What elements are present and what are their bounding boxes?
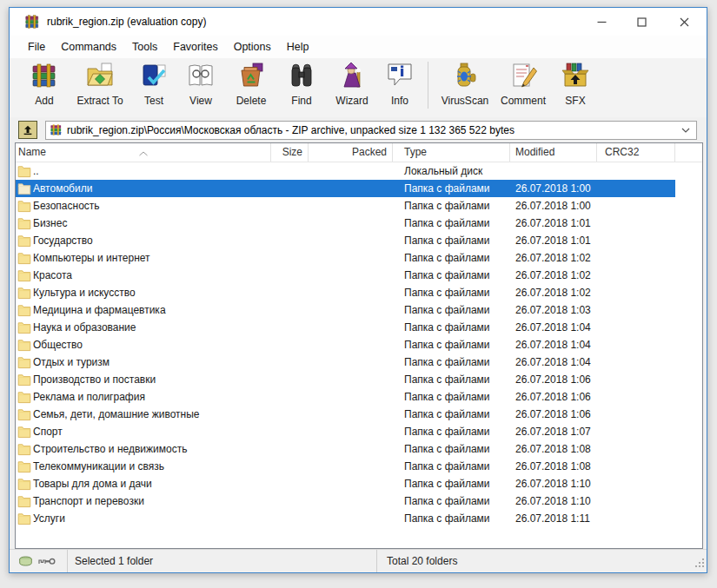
list-item[interactable]: Телекоммуникации и связьПапка с файлами2… (16, 458, 675, 475)
combobox-dropdown-arrow[interactable] (679, 128, 693, 133)
disk-icon[interactable] (18, 556, 33, 567)
menu-bar: File Commands Tools Favorites Options He… (10, 36, 707, 58)
virusscan-label: VirusScan (441, 95, 488, 107)
menu-help[interactable]: Help (279, 37, 317, 56)
test-button[interactable]: Test (131, 58, 176, 114)
menu-options[interactable]: Options (226, 37, 279, 56)
comment-label: Comment (501, 95, 546, 107)
item-type: Папка с файлами (393, 197, 510, 215)
list-item[interactable]: Семья, дети, домашние животныеПапка с фа… (16, 406, 675, 423)
list-item[interactable]: Строительство и недвижимостьПапка с файл… (16, 440, 675, 458)
sfx-button[interactable]: SFX (552, 58, 599, 114)
delete-label: Delete (236, 95, 267, 107)
virusscan-button[interactable]: VirusScan (435, 58, 495, 114)
column-header-name[interactable]: Name (16, 143, 271, 162)
close-button[interactable] (661, 8, 707, 36)
folder-icon (17, 216, 31, 230)
list-item[interactable]: Культура и искусствоПапка с файлами26.07… (16, 284, 675, 301)
column-header-type[interactable]: Type (393, 143, 510, 162)
folder-icon (17, 268, 31, 282)
item-name: Безопасность (33, 197, 100, 215)
menu-favorites[interactable]: Favorites (165, 37, 225, 56)
folder-icon (17, 477, 31, 491)
item-name: Медицина и фармацевтика (33, 301, 166, 319)
column-header-filler (675, 143, 702, 162)
folder-icon (17, 234, 31, 248)
archive-path-text: rubrik_region.zip\Россия\Московская обла… (67, 124, 679, 136)
maximize-button[interactable] (621, 8, 661, 36)
list-item[interactable]: КрасотаПапка с файлами26.07.2018 1:02 (16, 267, 675, 284)
column-header-size[interactable]: Size (271, 143, 309, 162)
delete-button[interactable]: Delete (225, 58, 277, 114)
item-type: Локальный диск (393, 162, 510, 180)
up-arrow-icon (22, 124, 34, 136)
item-name: Телекоммуникации и связь (33, 458, 164, 475)
item-type: Папка с файлами (393, 475, 510, 492)
list-item[interactable]: Компьютеры и интернетПапка с файлами26.0… (16, 249, 675, 267)
column-header-modified[interactable]: Modified (510, 143, 597, 162)
list-item[interactable]: ОбществоПапка с файлами26.07.2018 1:04 (16, 336, 675, 353)
up-one-level-button[interactable] (18, 121, 37, 139)
list-item[interactable]: УслугиПапка с файлами26.07.2018 1:11 (16, 510, 675, 527)
view-file-icon (187, 62, 215, 92)
file-rows: ..Локальный дискАвтомобилиПапка с файлам… (16, 162, 702, 548)
folder-icon (17, 494, 31, 508)
item-name: Строительство и недвижимость (33, 440, 187, 458)
item-modified: 26.07.2018 1:07 (510, 423, 597, 440)
column-header-crc32[interactable]: CRC32 (597, 143, 675, 162)
item-type: Папка с файлами (393, 458, 510, 475)
status-bar: Selected 1 folder Total 20 folders (10, 549, 707, 572)
info-icon (386, 62, 414, 92)
list-item[interactable]: Медицина и фармацевтикаПапка с файлами26… (16, 301, 675, 319)
menu-tools[interactable]: Tools (124, 37, 165, 56)
add-button[interactable]: Add (20, 58, 69, 114)
folder-icon (17, 320, 31, 334)
list-item[interactable]: БезопасностьПапка с файлами26.07.2018 1:… (16, 197, 675, 215)
item-type: Папка с файлами (393, 232, 510, 249)
column-header-packed[interactable]: Packed (309, 143, 393, 162)
item-name: Транспорт и перевозки (33, 492, 144, 510)
view-button[interactable]: View (176, 58, 225, 114)
list-item[interactable]: СпортПапка с файлами26.07.2018 1:07 (16, 423, 675, 440)
comment-button[interactable]: Comment (495, 58, 552, 114)
menu-commands[interactable]: Commands (53, 37, 124, 56)
folder-icon (17, 251, 31, 265)
wizard-button[interactable]: Wizard (326, 58, 378, 114)
item-type: Папка с файлами (393, 406, 510, 423)
list-item[interactable]: Производство и поставкиПапка с файлами26… (16, 371, 675, 388)
key-icon[interactable] (37, 556, 56, 566)
info-label: Info (391, 95, 408, 107)
find-button[interactable]: Find (277, 58, 326, 114)
list-item[interactable]: Наука и образованиеПапка с файлами26.07.… (16, 319, 675, 336)
address-combobox[interactable]: rubrik_region.zip\Россия\Московская обла… (45, 121, 697, 140)
item-name: Красота (33, 267, 72, 284)
item-type: Папка с файлами (393, 492, 510, 510)
item-modified: 26.07.2018 1:11 (510, 510, 597, 527)
list-item[interactable]: Товары для дома и дачиПапка с файлами26.… (16, 475, 675, 492)
folder-icon (17, 355, 31, 369)
folder-icon (17, 338, 31, 352)
item-name: Наука и образование (33, 319, 136, 336)
menu-file[interactable]: File (20, 37, 53, 56)
folder-icon (17, 164, 31, 178)
window-title: rubrik_region.zip (evaluation copy) (47, 16, 206, 28)
extract-to-label: Extract To (76, 95, 123, 107)
folder-icon (17, 373, 31, 386)
list-item[interactable]: ГосударствоПапка с файлами26.07.2018 1:0… (16, 232, 675, 249)
resize-grip[interactable] (694, 558, 705, 571)
list-item[interactable]: ..Локальный диск (16, 162, 675, 180)
list-item[interactable]: Отдых и туризмПапка с файлами26.07.2018 … (16, 353, 675, 371)
item-name: Автомобили (33, 180, 92, 197)
list-item[interactable]: АвтомобилиПапка с файлами26.07.2018 1:00 (16, 180, 675, 197)
list-item[interactable]: Реклама и полиграфияПапка с файлами26.07… (16, 388, 675, 406)
info-button[interactable]: Info (378, 58, 422, 114)
list-item[interactable]: БизнесПапка с файлами26.07.2018 1:01 (16, 215, 675, 232)
list-item[interactable]: Транспорт и перевозкиПапка с файлами26.0… (16, 492, 675, 510)
find-label: Find (291, 95, 311, 107)
extract-to-button[interactable]: Extract To (69, 58, 131, 114)
extract-to-icon (86, 62, 114, 92)
item-modified: 26.07.2018 1:04 (510, 353, 597, 371)
item-name: Отдых и туризм (33, 353, 110, 371)
minimize-button[interactable] (581, 8, 621, 36)
title-bar[interactable]: rubrik_region.zip (evaluation copy) (10, 8, 707, 36)
